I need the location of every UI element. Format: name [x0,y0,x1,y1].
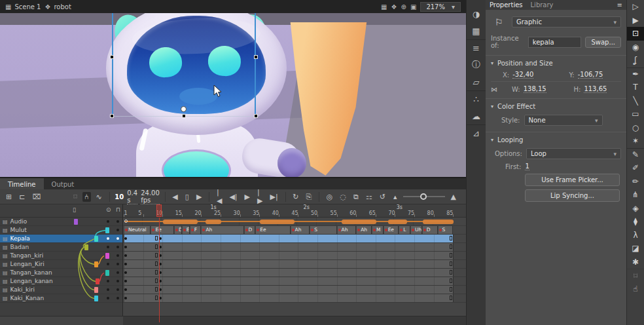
layer-row-Lengan_kanan[interactable]: ▤Lengan_kanan [0,277,122,286]
span-end-marker[interactable] [450,244,452,249]
parenting-bar-Kepala[interactable] [94,236,98,242]
timeline-zoom-slider[interactable] [403,196,445,197]
tool-polystar[interactable]: ✶ [627,134,644,148]
layer-name[interactable]: Audio [10,218,27,225]
lipsync-keyframe-Ee[interactable]: Ee [384,226,399,234]
parenting-bar-Tangan_kanan[interactable] [105,270,109,276]
keyframe-frame-1[interactable] [124,280,127,282]
panel-icon-motion-editor[interactable]: ⊿ [467,124,486,142]
layer-row-Mulut[interactable]: ▤Mulut [0,226,122,235]
frame-rate-value[interactable]: 24.00 fps [141,189,160,204]
step-back-button[interactable]: ◀ [170,192,179,202]
zoom-slider-knob[interactable] [420,193,427,200]
lipsync-keyframe-Ee[interactable]: Ee [183,226,190,234]
span-end-marker[interactable] [450,261,452,266]
parenting-bar-Kaki_Kanan[interactable] [94,296,98,301]
tool-paint-bucket[interactable]: ◈ [627,202,644,216]
tool-free-transform[interactable]: ⊡ [627,27,644,41]
lipsync-keyframe-Ah[interactable]: Ah [291,226,310,234]
layer-row-Badan[interactable]: ▤Badan [0,243,122,252]
layer-visibility-dot[interactable] [107,280,109,282]
lipsync-keyframe-F[interactable]: F [190,226,202,234]
layer-row-Lengan_Kiri[interactable]: ▤Lengan_Kiri [0,260,122,269]
frame-row-Kaki_kiri[interactable] [123,286,466,294]
span-end-marker[interactable] [450,253,452,258]
keyframe-frame-1[interactable] [124,271,127,274]
center-stage-button[interactable]: ⊕ [401,3,406,10]
edit-multiple-frames-button[interactable]: ⧉ [351,192,361,202]
swap-button[interactable]: Swap... [585,37,621,48]
layer-lock-dot[interactable] [116,280,119,282]
keyframe-frame-1[interactable] [124,237,127,240]
tab-properties[interactable]: Properties [490,1,523,9]
panel-icon-swatches[interactable]: ▦ [467,22,486,39]
lipsync-keyframe-Ah[interactable]: Ah [357,226,372,234]
layer-lock-dot[interactable] [116,271,119,274]
empty-keyframe-marker[interactable] [155,244,158,249]
color-effect-header[interactable]: ▾ Color Effect [486,102,626,111]
layer-lock-dot[interactable] [116,254,119,257]
go-first-frame-button[interactable]: |◀ [215,187,224,206]
keyframe-frame-1[interactable] [124,246,127,248]
layer-name[interactable]: Kaki_kiri [10,286,35,293]
frame-span-Badan[interactable] [124,243,454,251]
y-value[interactable]: -106,75 [578,71,603,79]
layer-name[interactable]: Mulut [10,227,27,233]
keyframe-frame-1[interactable] [124,288,127,291]
panel-icon-color[interactable]: ◑ [467,5,486,22]
link-dimensions-icon[interactable]: ⋈ [491,86,497,93]
lipsync-keyframe-D[interactable]: D [245,226,256,234]
lipsync-keyframe-D[interactable]: D [423,226,438,234]
lipsync-keyframe-Ee[interactable]: Ee [256,226,290,234]
symbol-type-dropdown[interactable]: Graphic ▾ [512,16,621,28]
transform-handle-bottom-center[interactable] [182,114,186,118]
graph-editor-button[interactable]: ∿ [94,192,104,202]
loop-options-dropdown[interactable]: Loop ▾ [526,148,621,159]
panel-icon-transform[interactable]: ▱ [467,73,486,90]
frame-row-Badan[interactable] [123,243,466,252]
new-folder-button[interactable]: ⊏ [17,192,27,202]
layer-row-Audio[interactable]: ▤Audio [0,218,122,226]
layer-name[interactable]: Kaki_Kanan [10,295,45,301]
audio-keyframe[interactable] [124,220,128,223]
empty-keyframe-marker[interactable] [155,270,158,275]
onion-outline-button[interactable]: ◌ [338,192,348,202]
w-value[interactable]: 138,15 [524,85,546,93]
panel-icon-cc-libraries[interactable]: ☁ [467,107,486,124]
tool-selection[interactable]: ▷ [627,0,644,14]
layer-lock-dot[interactable] [116,263,119,265]
lock-column-lock-icon[interactable]: ⊓ [116,206,120,213]
frame-row-Audio[interactable] [123,218,466,226]
tab-timeline[interactable]: Timeline [0,178,44,189]
frame-row-Tangan_kanan[interactable] [123,269,466,277]
parenting-bar-Badan[interactable] [84,244,88,250]
layer-name[interactable]: Tangan_kanan [10,269,52,276]
zoom-out-frames-button[interactable]: ▴ [391,192,399,202]
lipsync-keyframe-Uh[interactable]: Uh [411,226,422,234]
layer-row-Kaki_kiri[interactable]: ▤Kaki_kiri [0,286,122,294]
tool-pen[interactable]: ✒ [627,67,644,81]
tool-camera[interactable]: ⌑ [627,269,644,282]
frame-span-Kaki_Kanan[interactable] [124,294,454,302]
frame-row-Kaki_Kanan[interactable] [123,294,466,303]
layer-visibility-dot[interactable] [107,246,109,248]
step-forward-button[interactable]: ▶ [194,192,204,202]
parenting-bar-Mulut[interactable] [105,227,109,233]
loop-playback-button[interactable]: ↻ [291,192,300,202]
frame-span-Tangan_kiri[interactable] [124,252,454,259]
layer-lock-dot[interactable] [116,229,119,231]
frame-span-Lengan_kanan[interactable] [124,277,454,285]
frame-span-Kepala[interactable] [124,235,454,242]
looping-header[interactable]: ▾ Looping [486,135,626,145]
frame-row-Lengan_Kiri[interactable] [123,260,466,269]
lipsync-keyframe-L[interactable]: L [399,226,410,234]
stage-canvas[interactable] [0,13,466,177]
transform-handle-bottom-left[interactable] [110,114,114,118]
lipsync-keyframe-S[interactable]: S [438,226,454,234]
lipsync-keyframe-S[interactable]: S [310,226,336,234]
clip-content-button[interactable]: ▣ [410,3,416,10]
empty-keyframe-marker[interactable] [155,253,158,258]
export-frame-button[interactable]: ⎘ [304,192,313,202]
edit-scene-button[interactable]: ▦ [381,3,387,10]
tool-line[interactable]: ╲ [627,94,644,108]
